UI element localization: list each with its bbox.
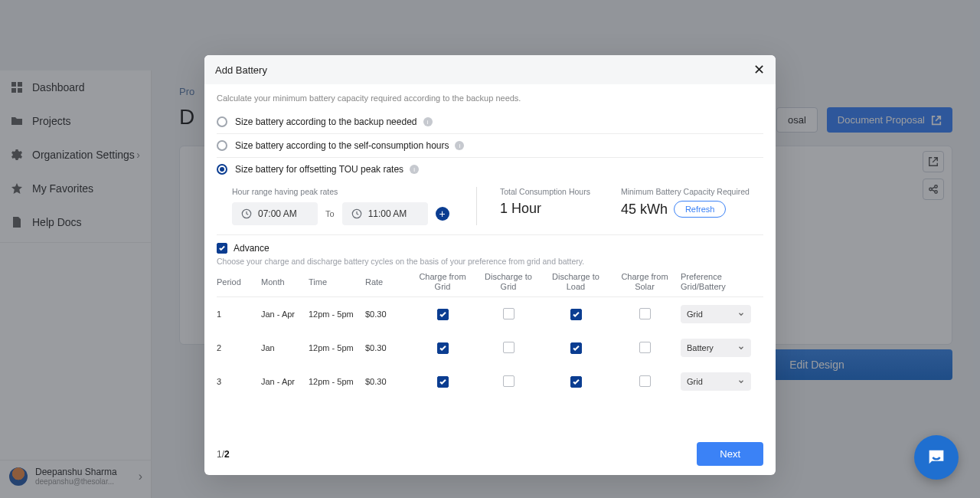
clock-icon — [241, 208, 252, 219]
time-value: 07:00 AM — [258, 208, 297, 219]
col-rate: Rate — [365, 277, 408, 287]
add-range-button[interactable]: + — [436, 207, 449, 221]
col-period: Period — [217, 277, 258, 287]
sizing-option-self-consumption[interactable]: Size battery according to the self-consu… — [217, 134, 763, 158]
modal-footer: 1/2 Next — [204, 433, 776, 475]
cell-month: Jan - Apr — [261, 377, 305, 386]
cell-time: 12pm - 5pm — [309, 343, 362, 352]
col-dtg: Discharge to Grid — [477, 272, 540, 292]
peak-to-time-input[interactable]: 11:00 AM — [342, 202, 428, 225]
discharge-to-load-checkbox[interactable] — [570, 342, 582, 354]
table-row: 3Jan - Apr12pm - 5pm$0.30Grid — [217, 365, 763, 398]
discharge-to-load-checkbox[interactable] — [570, 309, 582, 320]
modal-body: Calculate your minimum battery capacity … — [204, 84, 776, 433]
preference-select[interactable]: Grid — [681, 372, 751, 391]
add-battery-modal: Add Battery ✕ Calculate your minimum bat… — [204, 55, 776, 475]
table-row: 2Jan12pm - 5pm$0.30Battery — [217, 331, 763, 365]
preference-select[interactable]: Battery — [681, 339, 751, 357]
col-time: Time — [309, 277, 362, 287]
option-label: Size battery according to the self-consu… — [235, 140, 449, 151]
discharge-to-grid-checkbox[interactable] — [503, 342, 514, 353]
close-icon[interactable]: ✕ — [753, 63, 765, 77]
col-pref: Preference Grid/Battery — [681, 272, 757, 292]
charge-from-solar-checkbox[interactable] — [639, 342, 651, 353]
modal-header: Add Battery ✕ — [204, 55, 776, 84]
advance-label: Advance — [234, 243, 270, 254]
tou-panel: Hour range having peak rates 07:00 AM To… — [217, 184, 763, 225]
radio-icon — [217, 164, 227, 175]
charge-from-grid-checkbox[interactable] — [437, 342, 449, 354]
table-row: 1Jan - Apr12pm - 5pm$0.30Grid — [217, 297, 763, 331]
info-icon[interactable]: i — [423, 117, 433, 126]
cell-period: 1 — [217, 310, 258, 319]
cycles-table: Period Month Time Rate Charge from Grid … — [217, 272, 763, 398]
charge-from-grid-checkbox[interactable] — [437, 309, 449, 320]
cell-time: 12pm - 5pm — [309, 310, 362, 319]
cell-month: Jan — [261, 343, 305, 352]
min-capacity-label: Minimum Battery Capacity Required — [621, 187, 750, 196]
peak-from-time-input[interactable]: 07:00 AM — [232, 202, 318, 225]
clock-icon — [351, 208, 362, 219]
charge-from-solar-checkbox[interactable] — [639, 308, 651, 319]
next-button[interactable]: Next — [697, 442, 763, 466]
pager: 1/2 — [217, 449, 230, 460]
option-label: Size battery according to the backup nee… — [235, 116, 417, 127]
table-header: Period Month Time Rate Charge from Grid … — [217, 272, 763, 297]
info-icon[interactable]: i — [455, 141, 464, 150]
modal-title: Add Battery — [215, 64, 267, 76]
total-consumption-value: 1 Hour — [500, 201, 590, 217]
min-capacity-value: 45 kWh — [621, 201, 668, 218]
refresh-button[interactable]: Refresh — [674, 201, 727, 218]
chat-icon — [926, 447, 947, 468]
chat-bubble-button[interactable] — [914, 435, 959, 480]
advance-checkbox[interactable]: Advance — [217, 243, 763, 254]
discharge-to-grid-checkbox[interactable] — [503, 375, 514, 387]
charge-from-solar-checkbox[interactable] — [639, 375, 651, 387]
col-cfs: Charge from Solar — [612, 272, 678, 292]
cell-time: 12pm - 5pm — [309, 377, 362, 386]
total-consumption-label: Total Consumption Hours — [500, 187, 590, 196]
hour-range-label: Hour range having peak rates — [232, 187, 461, 196]
radio-icon — [217, 140, 227, 151]
cell-period: 2 — [217, 343, 258, 352]
sizing-option-tou[interactable]: Size battery for offsetting TOU peak rat… — [217, 158, 763, 181]
info-icon[interactable]: i — [410, 165, 419, 174]
col-dtl: Discharge to Load — [543, 272, 609, 292]
charge-from-grid-checkbox[interactable] — [437, 376, 449, 388]
cell-rate: $0.30 — [365, 377, 408, 386]
time-value: 11:00 AM — [368, 208, 407, 219]
col-month: Month — [261, 277, 305, 287]
cell-rate: $0.30 — [365, 310, 408, 319]
advance-subtitle: Choose your charge and discharge battery… — [217, 257, 763, 266]
col-cfg: Charge from Grid — [411, 272, 474, 292]
to-label: To — [325, 209, 335, 218]
cell-rate: $0.30 — [365, 343, 408, 352]
discharge-to-grid-checkbox[interactable] — [503, 308, 514, 319]
cell-month: Jan - Apr — [261, 310, 305, 319]
cell-period: 3 — [217, 377, 258, 386]
preference-select[interactable]: Grid — [681, 305, 751, 323]
checkbox-icon — [217, 243, 227, 254]
modal-subtitle: Calculate your minimum battery capacity … — [217, 93, 763, 103]
radio-icon — [217, 116, 227, 127]
discharge-to-load-checkbox[interactable] — [570, 376, 582, 388]
sizing-option-backup[interactable]: Size battery according to the backup nee… — [217, 110, 763, 134]
option-label: Size battery for offsetting TOU peak rat… — [235, 164, 403, 175]
